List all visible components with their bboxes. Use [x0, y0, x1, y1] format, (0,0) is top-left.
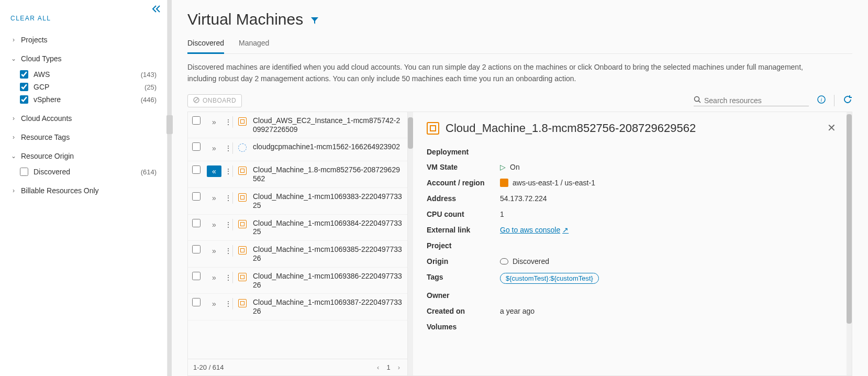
tags-label: Tags — [427, 273, 500, 284]
table-row[interactable]: »⋮cloudgcpmachine1-mcm1562-166264923902 — [188, 138, 407, 161]
filter-group-header[interactable]: ⌄Resource Origin — [10, 150, 157, 162]
created-label: Created on — [427, 307, 500, 315]
vm-icon — [238, 117, 247, 126]
reload-icon[interactable] — [843, 95, 852, 106]
ext-link-label: External link — [427, 226, 500, 234]
filter-group-header[interactable]: ›Resource Tags — [10, 131, 157, 143]
chevron-down-icon: ⌄ — [10, 55, 17, 62]
clear-all-button[interactable]: CLEAR ALL — [10, 6, 157, 27]
filter-group-header[interactable]: ›Cloud Accounts — [10, 112, 157, 125]
row-menu-icon[interactable]: ⋮ — [224, 142, 233, 154]
row-checkbox[interactable] — [192, 142, 201, 151]
filter-icon[interactable] — [310, 16, 319, 26]
row-menu-icon[interactable]: ⋮ — [224, 245, 233, 257]
filter-checkbox[interactable] — [20, 168, 28, 176]
row-menu-icon[interactable]: ⋮ — [224, 116, 233, 128]
filter-group-label: Cloud Types — [21, 54, 62, 63]
row-checkbox[interactable] — [192, 219, 201, 227]
filter-item: GCP(25) — [20, 81, 157, 93]
table-scrollbar[interactable] — [408, 112, 413, 375]
cloud-icon — [500, 258, 508, 264]
filter-group-label: Cloud Accounts — [21, 114, 72, 123]
page-title: Virtual Machines — [187, 10, 303, 28]
tab-managed[interactable]: Managed — [239, 35, 269, 53]
pager-range: 1-20 / 614 — [193, 363, 224, 371]
expand-row-icon[interactable]: » — [207, 245, 221, 257]
expand-row-icon[interactable]: » — [207, 142, 221, 154]
filter-item-label: vSphere — [34, 95, 61, 104]
row-checkbox[interactable] — [192, 165, 201, 174]
detail-title: Cloud_Machine_1.8-mcm852756-208729629562 — [446, 121, 696, 135]
splitter-handle[interactable] — [166, 115, 173, 134]
vm-icon — [238, 246, 247, 255]
svg-line-3 — [699, 101, 701, 103]
detail-scrollbar[interactable] — [847, 112, 852, 375]
row-checkbox[interactable] — [192, 116, 201, 125]
row-menu-icon[interactable]: ⋮ — [224, 298, 233, 309]
row-label: cloudgcpmachine1-mcm1562-166264923902 — [249, 142, 400, 151]
filter-item: AWS(143) — [20, 68, 157, 81]
filter-group-header[interactable]: ›Projects — [10, 34, 157, 46]
row-checkbox[interactable] — [192, 272, 201, 280]
vm-state-label: VM State — [427, 163, 500, 171]
filter-checkbox[interactable] — [20, 95, 28, 104]
svg-line-1 — [195, 98, 198, 102]
row-label: Cloud_Machine_1-mcm1069386-222049773326 — [249, 272, 403, 290]
table-row[interactable]: »⋮Cloud_Machine_1-mcm1069385-22204977332… — [188, 241, 407, 268]
filter-group-header[interactable]: ›Billable Resources Only — [10, 184, 157, 197]
splitter[interactable] — [168, 0, 172, 376]
filter-checkbox[interactable] — [20, 83, 28, 91]
collapse-row-icon[interactable]: « — [207, 165, 221, 177]
row-menu-icon[interactable]: ⋮ — [224, 165, 233, 177]
origin-label: Origin — [427, 257, 500, 266]
expand-row-icon[interactable]: » — [207, 116, 221, 128]
pager: 1-20 / 614 ‹ 1 › — [188, 359, 407, 375]
row-menu-icon[interactable]: ⋮ — [224, 192, 233, 204]
row-checkbox[interactable] — [192, 298, 201, 306]
search-input[interactable] — [704, 96, 809, 105]
svg-point-2 — [695, 97, 699, 102]
filter-item: vSphere(446) — [20, 93, 157, 106]
table-row[interactable]: »⋮Cloud_Machine_1-mcm1069384-22204977332… — [188, 215, 407, 241]
owner-label: Owner — [427, 291, 500, 300]
close-icon[interactable]: ✕ — [827, 121, 836, 134]
expand-row-icon[interactable]: » — [207, 272, 221, 283]
row-menu-icon[interactable]: ⋮ — [224, 219, 233, 230]
vm-icon — [238, 299, 247, 307]
address-value: 54.173.72.224 — [500, 194, 547, 203]
table-row[interactable]: »⋮Cloud_Machine_1-mcm1069386-22204977332… — [188, 268, 407, 294]
divider — [834, 95, 834, 106]
filter-item-count: (446) — [141, 96, 157, 104]
row-checkbox[interactable] — [192, 192, 201, 201]
chevron-down-icon: ⌄ — [10, 152, 17, 160]
chevron-right-icon: › — [10, 187, 17, 194]
gcp-icon — [238, 143, 247, 152]
chevron-right-icon: › — [10, 115, 17, 122]
tag-pill[interactable]: ${customTest}:${customTest} — [500, 273, 599, 284]
collapse-sidebar-icon[interactable] — [152, 5, 161, 14]
pager-next-icon[interactable]: › — [396, 362, 402, 372]
table-row[interactable]: »⋮Cloud_AWS_EC2_Instance_1-mcm875742-209… — [188, 112, 407, 139]
svg-text:i: i — [821, 97, 822, 103]
pager-prev-icon[interactable]: ‹ — [375, 362, 381, 372]
filter-item-count: (25) — [144, 83, 157, 91]
filter-checkbox[interactable] — [20, 70, 28, 79]
tab-discovered[interactable]: Discovered — [187, 35, 224, 54]
expand-row-icon[interactable]: » — [207, 219, 221, 230]
account-label: Account / region — [427, 179, 500, 187]
onboard-button[interactable]: ONBOARD — [187, 94, 242, 107]
row-checkbox[interactable] — [192, 245, 201, 253]
row-label: Cloud_Machine_1.8-mcm852756-208729629562 — [249, 165, 403, 183]
ext-link[interactable]: Go to aws console↗ — [500, 226, 569, 234]
expand-row-icon[interactable]: » — [207, 192, 221, 204]
info-icon[interactable]: i — [817, 95, 826, 106]
detail-panel: ✕ Cloud_Machine_1.8-mcm852756-2087296295… — [413, 112, 847, 375]
row-menu-icon[interactable]: ⋮ — [224, 272, 233, 283]
table-row[interactable]: »⋮Cloud_Machine_1-mcm1069387-22204977332… — [188, 294, 407, 320]
table-row[interactable]: »⋮Cloud_Machine_1-mcm1069383-22204977332… — [188, 188, 407, 215]
table-row[interactable]: «⋮Cloud_Machine_1.8-mcm852756-2087296295… — [188, 161, 407, 188]
filter-group-header[interactable]: ⌄Cloud Types — [10, 52, 157, 65]
filter-group-label: Resource Origin — [21, 152, 74, 160]
filter-item-label: AWS — [34, 70, 50, 79]
expand-row-icon[interactable]: » — [207, 298, 221, 309]
